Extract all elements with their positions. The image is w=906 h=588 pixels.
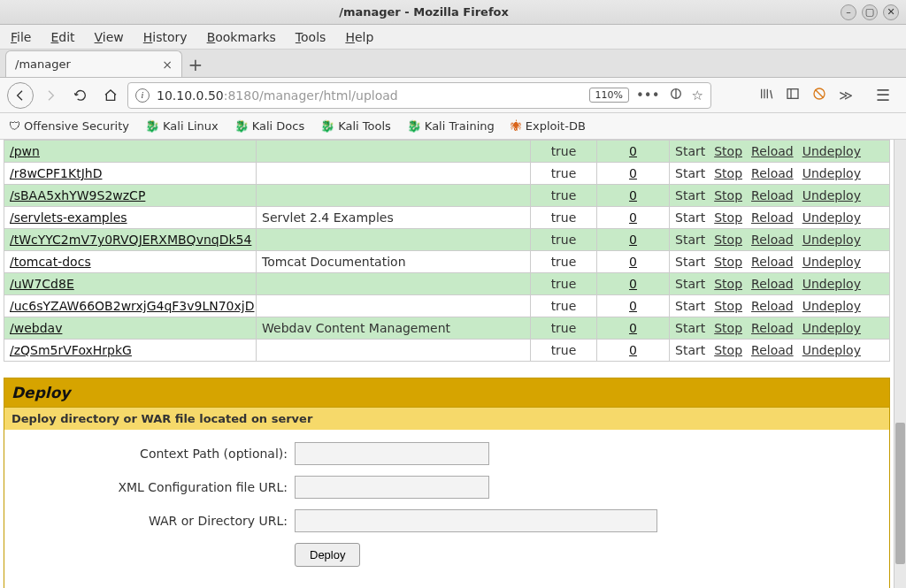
cmd-reload[interactable]: Reload	[751, 321, 794, 335]
window-close-button[interactable]: ✕	[883, 4, 899, 20]
cmd-reload[interactable]: Reload	[751, 277, 794, 291]
site-info-icon[interactable]: i	[135, 88, 150, 103]
app-path-link[interactable]: /uW7Cd8E	[10, 277, 74, 291]
app-sessions-link[interactable]: 0	[629, 343, 637, 357]
app-description: Tomcat Documentation	[257, 251, 531, 273]
cmd-reload[interactable]: Reload	[751, 255, 794, 269]
app-path-link[interactable]: /uc6sYZAW66OB2wrxjG4qF3v9LN70xjD	[10, 299, 254, 313]
menu-tools[interactable]: Tools	[296, 30, 326, 44]
app-sessions-link[interactable]: 0	[629, 299, 637, 313]
menu-view[interactable]: View	[95, 30, 124, 44]
bookmark-exploit-db[interactable]: 🕷Exploit-DB	[511, 119, 586, 133]
cmd-stop[interactable]: Stop	[714, 299, 742, 313]
app-path-link[interactable]: /tomcat-docs	[10, 255, 91, 269]
overflow-icon[interactable]: ≫	[839, 88, 853, 103]
arrow-right-icon	[43, 88, 58, 103]
app-path-link[interactable]: /webdav	[10, 321, 62, 335]
scrollbar-thumb[interactable]	[895, 423, 905, 564]
app-sessions-link[interactable]: 0	[629, 321, 637, 335]
bookmark-offensive-security[interactable]: 🛡Offensive Security	[9, 119, 129, 133]
app-sessions-link[interactable]: 0	[629, 166, 637, 180]
vertical-scrollbar[interactable]	[894, 140, 906, 588]
forward-button[interactable]	[37, 82, 64, 109]
app-path-link[interactable]: /sBAA5xhYW9S2wzCP	[10, 188, 145, 202]
window-maximize-button[interactable]: ▢	[862, 4, 878, 20]
window-minimize-button[interactable]: –	[841, 4, 856, 20]
app-path-link[interactable]: /r8wCPF1KtJhD	[10, 166, 102, 180]
bookmark-star-icon[interactable]: ☆	[692, 88, 703, 103]
zoom-level-badge[interactable]: 110%	[589, 88, 629, 103]
app-path-link[interactable]: /zQSm5rVFoxHrpkG	[10, 343, 132, 357]
menu-help[interactable]: Help	[345, 30, 373, 44]
cmd-stop[interactable]: Stop	[714, 233, 742, 247]
app-sessions-link[interactable]: 0	[629, 188, 637, 202]
app-sessions-link[interactable]: 0	[629, 144, 637, 158]
cmd-reload[interactable]: Reload	[751, 233, 794, 247]
cmd-stop[interactable]: Stop	[714, 166, 742, 180]
cmd-undeploy[interactable]: Undeploy	[802, 233, 861, 247]
url-bar[interactable]: i 10.10.0.50:8180/manager/html/upload 11…	[127, 82, 711, 109]
bookmark-kali-linux[interactable]: 🐉Kali Linux	[145, 119, 219, 133]
cmd-undeploy[interactable]: Undeploy	[802, 343, 861, 357]
cmd-stop[interactable]: Stop	[714, 277, 742, 291]
cmd-stop[interactable]: Stop	[714, 343, 742, 357]
app-sessions-link[interactable]: 0	[629, 210, 637, 225]
reader-mode-icon[interactable]	[669, 87, 683, 104]
context-path-input[interactable]	[295, 442, 489, 465]
home-button[interactable]	[97, 82, 124, 109]
browser-tab[interactable]: /manager ×	[5, 50, 182, 77]
cmd-reload[interactable]: Reload	[751, 343, 794, 357]
app-running: true	[531, 207, 597, 229]
noscript-icon[interactable]	[812, 87, 826, 104]
war-url-input[interactable]	[295, 509, 657, 532]
app-running: true	[531, 163, 597, 185]
deploy-subheading: Deploy directory or WAR file located on …	[4, 407, 889, 430]
kali-icon: 🐉	[320, 119, 334, 133]
new-tab-button[interactable]: +	[182, 52, 209, 77]
app-path-link[interactable]: /servlets-examples	[10, 210, 127, 225]
cmd-undeploy[interactable]: Undeploy	[802, 144, 861, 158]
xml-config-input[interactable]	[295, 476, 489, 499]
menu-bookmarks[interactable]: Bookmarks	[207, 30, 276, 44]
tab-close-icon[interactable]: ×	[162, 57, 173, 72]
app-path-link[interactable]: /pwn	[10, 144, 40, 158]
app-running: true	[531, 295, 597, 317]
cmd-undeploy[interactable]: Undeploy	[802, 299, 861, 313]
app-sessions-link[interactable]: 0	[629, 277, 637, 291]
cmd-stop[interactable]: Stop	[714, 144, 742, 158]
cmd-undeploy[interactable]: Undeploy	[802, 210, 861, 225]
app-running: true	[531, 229, 597, 251]
cmd-reload[interactable]: Reload	[751, 144, 794, 158]
menu-edit[interactable]: Edit	[50, 30, 74, 44]
arrow-left-icon	[13, 88, 27, 103]
cmd-stop[interactable]: Stop	[714, 255, 742, 269]
menu-file[interactable]: File	[11, 30, 31, 44]
bookmark-kali-training[interactable]: 🐉Kali Training	[407, 119, 495, 133]
cmd-undeploy[interactable]: Undeploy	[802, 255, 861, 269]
cmd-reload[interactable]: Reload	[751, 188, 794, 202]
cmd-reload[interactable]: Reload	[751, 166, 794, 180]
hamburger-menu-icon[interactable]: ☰	[872, 82, 894, 108]
cmd-undeploy[interactable]: Undeploy	[802, 321, 861, 335]
bookmark-kali-tools[interactable]: 🐉Kali Tools	[320, 119, 391, 133]
cmd-stop[interactable]: Stop	[714, 188, 742, 202]
back-button[interactable]	[7, 82, 34, 109]
library-icon[interactable]	[759, 87, 773, 104]
cmd-undeploy[interactable]: Undeploy	[802, 277, 861, 291]
menu-history[interactable]: History	[143, 30, 188, 44]
app-sessions-link[interactable]: 0	[629, 233, 637, 247]
cmd-stop[interactable]: Stop	[714, 321, 742, 335]
app-path-link[interactable]: /tWcYYC2mV7y0RVQJERXMBQvnqDk54	[10, 233, 251, 247]
page-actions-icon[interactable]: •••	[636, 88, 660, 103]
app-sessions-link[interactable]: 0	[629, 255, 637, 269]
cmd-undeploy[interactable]: Undeploy	[802, 166, 861, 180]
reload-button[interactable]	[67, 82, 94, 109]
cmd-reload[interactable]: Reload	[751, 299, 794, 313]
bookmark-kali-docs[interactable]: 🐉Kali Docs	[234, 119, 305, 133]
cmd-undeploy[interactable]: Undeploy	[802, 188, 861, 202]
cmd-reload[interactable]: Reload	[751, 210, 794, 225]
cmd-stop[interactable]: Stop	[714, 210, 742, 225]
sidebar-icon[interactable]	[786, 87, 800, 104]
cmd-start: Start	[675, 255, 705, 269]
deploy-button[interactable]: Deploy	[295, 543, 360, 567]
